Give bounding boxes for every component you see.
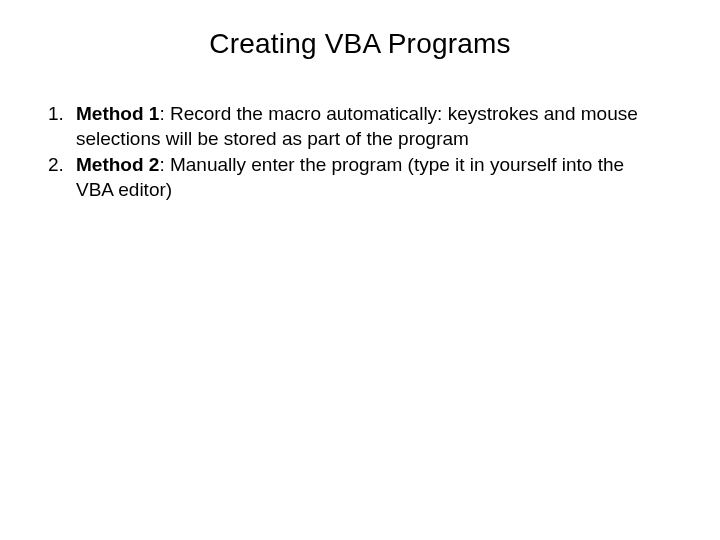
slide-title: Creating VBA Programs (40, 28, 680, 60)
list-content: Method 2: Manually enter the program (ty… (76, 153, 680, 202)
list-item: 1. Method 1: Record the macro automatica… (48, 102, 680, 151)
list-item: 2. Method 2: Manually enter the program … (48, 153, 680, 202)
method-label: Method 1 (76, 103, 159, 124)
method-label: Method 2 (76, 154, 159, 175)
list-number: 2. (48, 153, 76, 202)
numbered-list: 1. Method 1: Record the macro automatica… (40, 102, 680, 203)
list-text: : Record the macro automatically: keystr… (76, 103, 638, 149)
list-number: 1. (48, 102, 76, 151)
list-content: Method 1: Record the macro automatically… (76, 102, 680, 151)
list-text: : Manually enter the program (type it in… (76, 154, 624, 200)
